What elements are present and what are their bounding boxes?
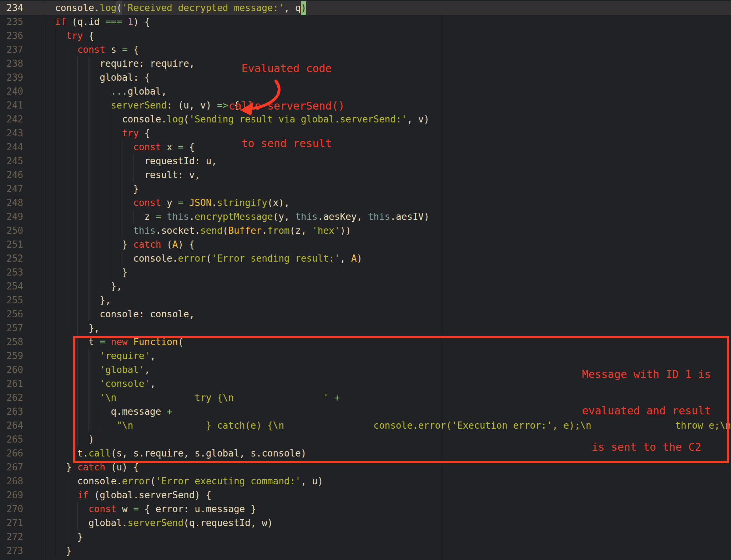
line-number[interactable]: 255 — [6, 293, 23, 307]
code-token: if — [77, 490, 89, 500]
line-number[interactable]: 261 — [6, 377, 23, 391]
code-line-272[interactable]: 272 } — [0, 530, 731, 544]
code-token: ) { — [133, 16, 150, 27]
line-number[interactable]: 260 — [6, 363, 23, 377]
code-line-238[interactable]: 238 require: require, — [0, 57, 731, 71]
line-number[interactable]: 254 — [6, 279, 23, 293]
code-token — [122, 16, 128, 27]
code-token: } — [55, 267, 128, 278]
code-token: (x), — [267, 197, 290, 208]
line-number[interactable]: 244 — [6, 140, 23, 154]
code-text: this.socket.send(Buffer.from(z, 'hex')) — [55, 224, 351, 238]
code-line-251[interactable]: 251 } catch (A) { — [0, 238, 731, 252]
code-token: send — [200, 225, 223, 236]
code-token: x — [161, 142, 178, 152]
line-number[interactable]: 242 — [6, 112, 23, 126]
code-line-252[interactable]: 252 console.error('Error sending result:… — [0, 252, 731, 266]
code-token: console. — [55, 253, 178, 264]
code-token: ( — [223, 225, 228, 236]
line-number[interactable]: 249 — [6, 210, 23, 224]
line-number[interactable]: 258 — [6, 335, 23, 349]
code-token: serverSend — [128, 518, 184, 528]
code-line-236[interactable]: 236 try { — [0, 29, 731, 43]
code-line-269[interactable]: 269 if (global.serverSend) { — [0, 488, 731, 502]
line-number[interactable]: 252 — [6, 252, 23, 266]
code-token: , q — [284, 2, 301, 13]
code-line-250[interactable]: 250 this.socket.send(Buffer.from(z, 'hex… — [0, 224, 731, 238]
code-text: const s = { — [55, 43, 139, 57]
code-line-257[interactable]: 257 }, — [0, 321, 731, 335]
code-text: } — [55, 544, 72, 558]
line-number[interactable]: 257 — [6, 321, 23, 335]
code-text: console.error('Error sending result:', A… — [55, 252, 362, 266]
code-line-253[interactable]: 253 } — [0, 266, 731, 279]
code-line-246[interactable]: 246 result: v, — [0, 168, 731, 182]
code-line-245[interactable]: 245 requestId: u, — [0, 154, 731, 168]
line-number[interactable]: 236 — [6, 29, 23, 43]
line-number[interactable]: 264 — [6, 419, 23, 433]
code-token: = — [100, 337, 105, 347]
code-line-243[interactable]: 243 try { — [0, 126, 731, 140]
code-line-249[interactable]: 249 z = this.encryptMessage(y, this.aesK… — [0, 210, 731, 224]
code-token: ... — [111, 86, 128, 97]
line-number[interactable]: 248 — [6, 196, 23, 210]
line-number[interactable]: 253 — [6, 266, 23, 279]
code-line-255[interactable]: 255 }, — [0, 293, 731, 307]
line-number[interactable]: 246 — [6, 168, 23, 182]
code-line-244[interactable]: 244 const x = { — [0, 140, 731, 154]
code-token: this — [167, 211, 189, 222]
line-number[interactable]: 270 — [6, 502, 23, 516]
annotation-right-note: Message with ID 1 is evaluated and resul… — [557, 344, 731, 478]
code-line-270[interactable]: 270 const w = { error: u.message } — [0, 502, 731, 516]
line-number[interactable]: 259 — [6, 349, 23, 363]
line-number[interactable]: 256 — [6, 307, 23, 321]
line-number[interactable]: 235 — [6, 15, 23, 29]
line-number[interactable]: 245 — [6, 154, 23, 168]
code-line-241[interactable]: 241 serverSend: (u, v) => { — [0, 99, 731, 112]
line-number[interactable]: 271 — [6, 516, 23, 530]
code-line-237[interactable]: 237 const s = { — [0, 43, 731, 57]
code-line-271[interactable]: 271 global.serverSend(q.requestId, w) — [0, 516, 731, 530]
code-token — [128, 337, 133, 347]
code-token — [55, 420, 116, 431]
line-number[interactable]: 262 — [6, 391, 23, 405]
code-line-235[interactable]: 235if (q.id === 1) { — [0, 15, 731, 29]
line-number[interactable]: 269 — [6, 488, 23, 502]
code-token: ) — [357, 253, 362, 264]
code-line-234[interactable]: 234console.log('Received decrypted messa… — [0, 1, 731, 15]
code-line-248[interactable]: 248 const y = JSON.stringify(x), — [0, 196, 731, 210]
code-token: . — [189, 211, 195, 222]
line-number[interactable]: 267 — [6, 460, 23, 474]
line-number[interactable]: 234 — [6, 1, 23, 15]
code-line-239[interactable]: 239 global: { — [0, 71, 731, 85]
code-line-247[interactable]: 247 } — [0, 182, 731, 196]
line-number[interactable]: 273 — [6, 544, 23, 558]
line-number[interactable]: 239 — [6, 71, 23, 85]
code-text: } — [55, 266, 128, 279]
code-token — [55, 350, 100, 361]
line-number[interactable]: 243 — [6, 126, 23, 140]
code-text: requestId: u, — [55, 154, 217, 168]
line-number[interactable]: 237 — [6, 43, 23, 57]
code-line-240[interactable]: 240 ...global, — [0, 85, 731, 99]
line-number[interactable]: 240 — [6, 85, 23, 99]
code-token — [55, 142, 133, 152]
line-number[interactable]: 265 — [6, 433, 23, 447]
line-number[interactable]: 247 — [6, 182, 23, 196]
line-number[interactable]: 272 — [6, 530, 23, 544]
line-number[interactable]: 238 — [6, 57, 23, 71]
code-line-256[interactable]: 256 console: console, — [0, 307, 731, 321]
line-number[interactable]: 266 — [6, 447, 23, 460]
code-token — [55, 86, 111, 97]
code-text: q.message + — [55, 405, 172, 419]
line-number[interactable]: 241 — [6, 99, 23, 112]
code-line-273[interactable]: 273 } — [0, 544, 731, 558]
line-number[interactable]: 250 — [6, 224, 23, 238]
code-token: } — [55, 462, 77, 473]
code-line-254[interactable]: 254 }, — [0, 279, 731, 293]
line-number[interactable]: 268 — [6, 474, 23, 488]
code-line-242[interactable]: 242 console.log('Sending result via glob… — [0, 112, 731, 126]
code-token: .socket. — [156, 225, 200, 236]
line-number[interactable]: 263 — [6, 405, 23, 419]
line-number[interactable]: 251 — [6, 238, 23, 252]
